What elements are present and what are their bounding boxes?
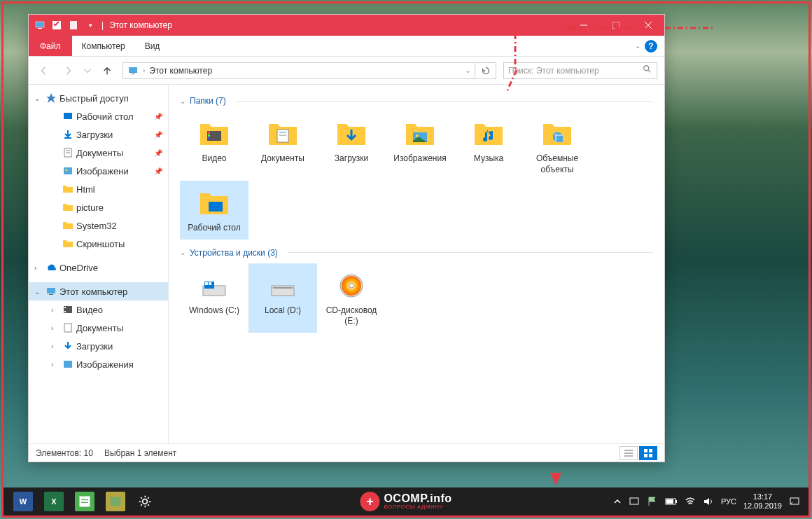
screenshot-border [1,1,811,518]
